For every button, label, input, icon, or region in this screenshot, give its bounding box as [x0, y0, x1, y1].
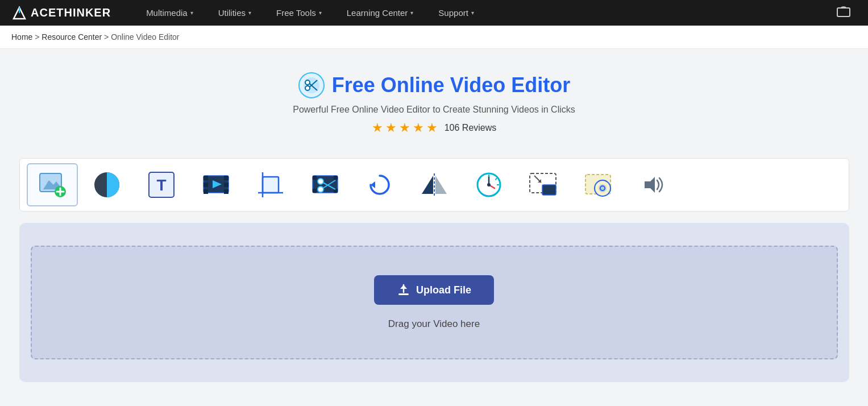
nav-logo-text: ACETHINKER [31, 6, 111, 19]
nav-item-learning-center[interactable]: Learning Center ▾ [334, 0, 426, 26]
nav-item-support[interactable]: Support ▾ [426, 0, 487, 26]
nav-item-utilities[interactable]: Utilities ▾ [206, 0, 264, 26]
svg-point-42 [487, 183, 491, 187]
tool-picture-in-picture[interactable] [518, 163, 569, 206]
nav-logo[interactable]: ACETHINKER [11, 5, 111, 21]
video-editor-icon [298, 72, 325, 99]
svg-marker-38 [422, 176, 433, 194]
tool-rotate[interactable] [354, 163, 405, 206]
svg-rect-22 [224, 183, 229, 187]
tool-crop[interactable] [245, 163, 296, 206]
hero-title-wrap: Free Online Video Editor [11, 72, 857, 99]
star-4: ★ [413, 121, 424, 135]
chevron-down-icon: ▾ [410, 10, 413, 16]
tool-video-effects[interactable] [190, 163, 242, 206]
chevron-down-icon: ▾ [471, 10, 474, 16]
breadcrumb: Home > Resource Center > Online Video Ed… [0, 26, 868, 49]
star-2: ★ [385, 121, 397, 135]
tool-trim[interactable] [300, 163, 351, 206]
cart-icon[interactable] [830, 4, 857, 22]
svg-point-33 [318, 187, 323, 192]
upload-file-button[interactable]: Upload File [374, 275, 494, 305]
toolbar: T [19, 158, 849, 212]
svg-rect-31 [334, 176, 338, 180]
svg-point-6 [305, 86, 310, 90]
nav-item-free-tools[interactable]: Free Tools ▾ [264, 0, 334, 26]
svg-rect-29 [313, 176, 317, 180]
svg-point-5 [305, 80, 310, 85]
upload-icon [397, 283, 410, 297]
svg-rect-20 [203, 189, 208, 194]
nav-label-free-tools: Free Tools [276, 8, 316, 18]
star-5: ★ [426, 121, 438, 135]
svg-text:T: T [156, 176, 166, 194]
breadcrumb-sep1: > [32, 32, 41, 42]
star-1: ★ [372, 121, 383, 135]
svg-rect-23 [224, 189, 229, 194]
hero-stars: ★ ★ ★ ★ ★ 106 Reviews [11, 121, 857, 135]
hero-section: Free Online Video Editor Powerful Free O… [11, 66, 857, 147]
nav-item-multimedia[interactable]: Multimedia ▾ [134, 0, 206, 26]
breadcrumb-home[interactable]: Home [11, 32, 32, 42]
tool-flip[interactable] [409, 163, 460, 206]
breadcrumb-current: Online Video Editor [111, 32, 179, 42]
nav-label-support: Support [438, 8, 468, 18]
svg-rect-21 [224, 176, 229, 180]
svg-rect-47 [542, 185, 556, 195]
svg-marker-56 [400, 285, 407, 289]
nav-links: Multimedia ▾ Utilities ▾ Free Tools ▾ Le… [134, 0, 830, 26]
main-content: Free Online Video Editor Powerful Free O… [0, 49, 868, 382]
tool-add-media[interactable] [27, 163, 78, 206]
svg-rect-19 [203, 183, 208, 187]
svg-rect-2 [837, 8, 850, 16]
svg-rect-25 [263, 177, 279, 193]
upload-section: Upload File Drag your Video here [19, 223, 849, 382]
upload-file-label: Upload File [416, 284, 471, 296]
nav-label-learning-center: Learning Center [347, 8, 408, 18]
reviews-count: 106 Reviews [445, 123, 497, 133]
tool-screenshot[interactable] [572, 163, 624, 206]
tool-speed[interactable] [463, 163, 514, 206]
tool-text[interactable]: T [136, 163, 187, 206]
breadcrumb-sep2: > [102, 32, 111, 42]
chevron-down-icon: ▾ [248, 10, 251, 16]
star-3: ★ [399, 121, 410, 135]
svg-marker-55 [645, 177, 655, 193]
upload-drop-zone[interactable]: Upload File Drag your Video here [31, 246, 838, 359]
chevron-down-icon: ▾ [319, 10, 322, 16]
nav-label-multimedia: Multimedia [146, 8, 188, 18]
navbar: ACETHINKER Multimedia ▾ Utilities ▾ Free… [0, 0, 868, 26]
chevron-down-icon: ▾ [190, 10, 193, 16]
svg-rect-30 [313, 189, 317, 193]
acethinker-logo-icon [11, 5, 27, 21]
svg-rect-18 [203, 176, 208, 180]
breadcrumb-resource-center[interactable]: Resource Center [41, 32, 102, 42]
drag-drop-text: Drag your Video here [388, 318, 480, 330]
svg-marker-39 [435, 176, 447, 194]
hero-subtitle: Powerful Free Online Video Editor to Cre… [11, 105, 857, 115]
tool-audio[interactable] [627, 163, 678, 206]
tool-filter[interactable] [81, 163, 132, 206]
svg-rect-57 [398, 293, 409, 295]
svg-point-34 [318, 179, 323, 184]
hero-title: Free Online Video Editor [332, 73, 570, 97]
nav-label-utilities: Utilities [218, 8, 246, 18]
